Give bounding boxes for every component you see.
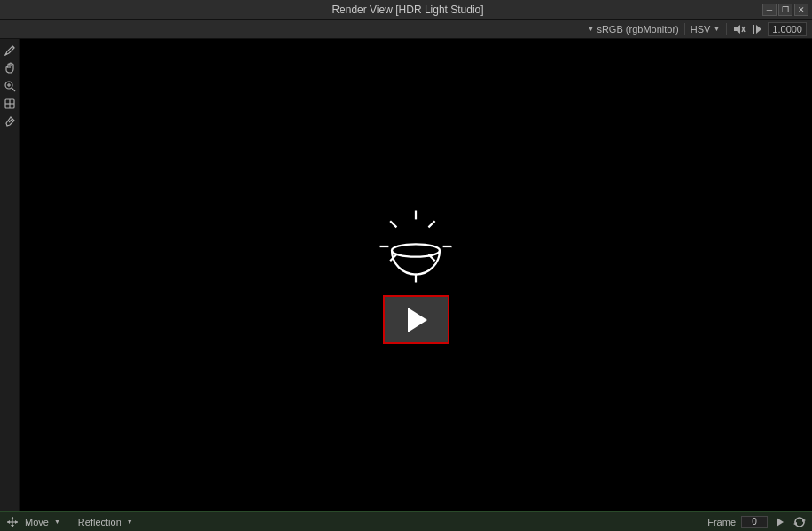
canvas-area bbox=[20, 39, 812, 511]
svg-marker-28 bbox=[11, 525, 14, 527]
svg-line-6 bbox=[12, 46, 14, 48]
zoom-tool-button[interactable] bbox=[2, 78, 18, 94]
center-content bbox=[376, 207, 456, 344]
toolbar-separator-1 bbox=[684, 23, 685, 35]
color-profile-arrow: ▼ bbox=[586, 25, 595, 34]
reflection-dropdown-arrow[interactable]: ▼ bbox=[127, 519, 133, 525]
svg-marker-27 bbox=[11, 517, 14, 519]
pen-tool-button[interactable] bbox=[2, 43, 18, 59]
svg-line-9 bbox=[12, 88, 15, 91]
svg-rect-0 bbox=[734, 27, 737, 31]
bottom-bar: Move ▼ Reflection ▼ Frame bbox=[0, 511, 812, 531]
mute-button[interactable] bbox=[732, 22, 746, 36]
title-bar: Render View [HDR Light Studio] ─ ❐ ✕ bbox=[0, 0, 812, 20]
value-display: 1.0000 bbox=[768, 22, 807, 36]
svg-marker-1 bbox=[737, 25, 740, 34]
toolbar-separator-2 bbox=[726, 23, 727, 35]
bottom-play-button[interactable] bbox=[773, 515, 787, 529]
title-text: Render View [HDR Light Studio] bbox=[53, 4, 762, 16]
svg-line-20 bbox=[390, 221, 396, 227]
play-triangle-icon bbox=[408, 308, 427, 332]
color-mode-label: HSV bbox=[691, 24, 711, 35]
hand-tool-button[interactable] bbox=[2, 60, 18, 76]
left-sidebar bbox=[0, 39, 20, 511]
color-mode-dropdown[interactable]: HSV ▼ bbox=[691, 24, 722, 35]
minimize-button[interactable]: ─ bbox=[762, 4, 777, 16]
frame-input[interactable] bbox=[741, 516, 768, 528]
move-tool-icon[interactable] bbox=[5, 515, 20, 529]
move-dropdown-arrow[interactable]: ▼ bbox=[54, 519, 60, 525]
svg-marker-31 bbox=[777, 518, 784, 527]
frame-label: Frame bbox=[707, 517, 736, 527]
play-icon-toolbar[interactable] bbox=[750, 22, 764, 36]
main-area bbox=[0, 39, 812, 511]
svg-marker-5 bbox=[756, 25, 761, 34]
move-label: Move bbox=[25, 517, 49, 527]
svg-rect-4 bbox=[753, 25, 754, 34]
bottom-refresh-button[interactable] bbox=[792, 515, 807, 529]
toolbar-row: ▼ sRGB (rgbMonitor) HSV ▼ 1.0000 bbox=[0, 20, 812, 39]
sun-icon bbox=[376, 207, 456, 286]
close-button[interactable]: ✕ bbox=[794, 4, 808, 16]
maximize-button[interactable]: ❐ bbox=[778, 4, 792, 16]
title-controls: ─ ❐ ✕ bbox=[762, 4, 812, 16]
select-tool-button[interactable] bbox=[2, 96, 18, 112]
color-profile-label: sRGB (rgbMonitor) bbox=[597, 24, 678, 35]
eyedropper-tool-button[interactable] bbox=[2, 113, 18, 129]
svg-marker-30 bbox=[15, 520, 18, 524]
color-profile-dropdown[interactable]: ▼ sRGB (rgbMonitor) bbox=[586, 24, 678, 35]
svg-marker-29 bbox=[7, 520, 10, 524]
svg-point-24 bbox=[392, 244, 440, 256]
color-mode-arrow: ▼ bbox=[712, 25, 721, 34]
svg-line-21 bbox=[428, 221, 434, 227]
reflection-label: Reflection bbox=[78, 517, 121, 527]
play-button[interactable] bbox=[383, 295, 449, 344]
